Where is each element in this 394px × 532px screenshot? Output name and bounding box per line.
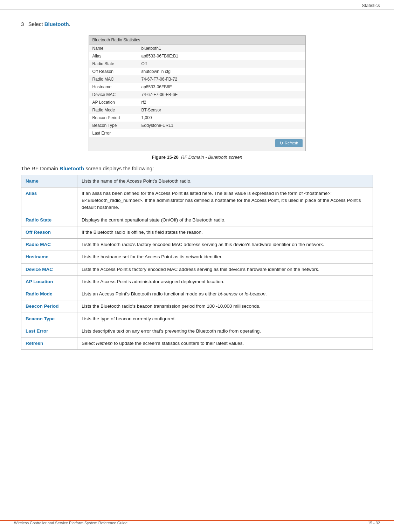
step-line: 3 Select Bluetooth.	[21, 20, 373, 28]
info-row: Device MACLists the Access Point's facto…	[21, 263, 373, 275]
stats-row: AP Locationrf2	[89, 98, 305, 106]
stats-row: Last Error	[89, 129, 305, 137]
info-term: Last Error	[21, 325, 77, 337]
info-definition: Lists the Bluetooth radio's factory enco…	[77, 239, 373, 251]
stats-value	[138, 129, 305, 137]
stats-label: Beacon Type	[89, 122, 138, 129]
figure-label: Figure 15-20	[152, 155, 179, 160]
stats-row: Radio ModeBT-Sensor	[89, 106, 305, 114]
page-header: Statistics	[0, 0, 394, 10]
info-row: Off ReasonIf the Bluetooth radio is offl…	[21, 226, 373, 238]
stats-label: Name	[89, 45, 138, 52]
stats-label: Last Error	[89, 129, 138, 137]
screenshot-box: Bluetooth Radio Statistics Namebluetooth…	[89, 35, 306, 151]
stats-value: BT-Sensor	[138, 106, 305, 114]
description-suffix: screen displays the following:	[84, 165, 154, 171]
stats-row: Beacon Period1,000	[89, 114, 305, 122]
info-term: Radio MAC	[21, 239, 77, 251]
refresh-button[interactable]: Refresh	[275, 139, 303, 147]
info-row: Last ErrorLists descriptive text on any …	[21, 325, 373, 337]
header-title: Statistics	[362, 3, 380, 8]
info-term: Refresh	[21, 337, 77, 350]
stats-label: Hostname	[89, 83, 138, 91]
stats-row: Off Reasonshutdown in cfg	[89, 68, 305, 75]
info-definition: Displays the current operational state (…	[77, 214, 373, 226]
step-number: 3	[21, 21, 24, 27]
info-row: Radio MACLists the Bluetooth radio's fac…	[21, 239, 373, 251]
stats-label: Radio MAC	[89, 75, 138, 83]
stats-label: Device MAC	[89, 91, 138, 98]
page-footer: Wireless Controller and Service Platform…	[0, 520, 394, 525]
info-term: Radio Mode	[21, 288, 77, 300]
info-definition: Lists descriptive text on any error that…	[77, 325, 373, 337]
info-term: Beacon Type	[21, 313, 77, 325]
stats-row: Device MAC74-67-F7-06-FB-6E	[89, 91, 305, 98]
info-row: NameLists the name of the Access Point's…	[21, 175, 373, 187]
info-row: HostnameLists the hostname set for the A…	[21, 251, 373, 263]
footer-right: 15 - 32	[368, 521, 380, 525]
stats-value: Eddystone-URL1	[138, 122, 305, 129]
info-term: Hostname	[21, 251, 77, 263]
info-row: Beacon PeriodLists the Bluetooth radio's…	[21, 300, 373, 313]
stats-value: 1,000	[138, 114, 305, 122]
info-definition: Lists the Bluetooth radio's beacon trans…	[77, 300, 373, 313]
stats-row: Radio StateOff	[89, 60, 305, 68]
info-definition: If the Bluetooth radio is offline, this …	[77, 226, 373, 238]
figure-text: RF Domain - Bluetooth screen	[181, 155, 242, 160]
stats-value: Off	[138, 60, 305, 68]
info-definition: Select Refresh to update the screen's st…	[77, 337, 373, 350]
info-row: Radio StateDisplays the current operatio…	[21, 214, 373, 226]
info-row: RefreshSelect Refresh to update the scre…	[21, 337, 373, 350]
info-term: Beacon Period	[21, 300, 77, 313]
info-term: Device MAC	[21, 263, 77, 275]
info-definition: Lists the Access Point's factory encoded…	[77, 263, 373, 275]
stats-value: shutdown in cfg	[138, 68, 305, 75]
info-definition: Lists the type of beacon currently confi…	[77, 313, 373, 325]
info-term: Radio State	[21, 214, 77, 226]
info-definition: If an alias has been defined for the Acc…	[77, 187, 373, 214]
stats-row: Radio MAC74-67-F7-06-FB-72	[89, 75, 305, 83]
stats-table: Namebluetooth1Aliasap8533-06FB6E:B1Radio…	[89, 45, 305, 137]
stats-value: rf2	[138, 98, 305, 106]
info-row: AP LocationLists the Access Point's admi…	[21, 275, 373, 288]
info-term: Name	[21, 175, 77, 187]
info-definition: Lists an Access Point's Bluetooth radio …	[77, 288, 373, 300]
info-definition: Lists the Access Point's administrator a…	[77, 275, 373, 288]
stats-value: bluetooth1	[138, 45, 305, 52]
stats-label: Radio Mode	[89, 106, 138, 114]
step-period: .	[69, 21, 70, 27]
footer-left: Wireless Controller and Service Platform…	[14, 521, 127, 525]
stats-value: 74-67-F7-06-FB-72	[138, 75, 305, 83]
info-term: Alias	[21, 187, 77, 214]
info-row: Radio ModeLists an Access Point's Blueto…	[21, 288, 373, 300]
description-prefix: The RF Domain	[21, 165, 60, 171]
description-line: The RF Domain Bluetooth screen displays …	[21, 165, 373, 171]
info-definition: Lists the name of the Access Point's Blu…	[77, 175, 373, 187]
figure-caption: Figure 15-20 RF Domain - Bluetooth scree…	[21, 155, 373, 160]
stats-row: Hostnameap8533-06FB6E	[89, 83, 305, 91]
description-bluetooth-link[interactable]: Bluetooth	[60, 165, 84, 171]
step-bluetooth-link[interactable]: Bluetooth	[44, 21, 69, 27]
screenshot-title-bar: Bluetooth Radio Statistics	[89, 36, 305, 45]
stats-value: 74-67-F7-06-FB-6E	[138, 91, 305, 98]
stats-label: Radio State	[89, 60, 138, 68]
info-definition: Lists the hostname set for the Access Po…	[77, 251, 373, 263]
info-term: Off Reason	[21, 226, 77, 238]
stats-value: ap8533-06FB6E	[138, 83, 305, 91]
stats-row: Namebluetooth1	[89, 45, 305, 52]
page-content: 3 Select Bluetooth. Bluetooth Radio Stat…	[0, 10, 394, 371]
stats-row: Aliasap8533-06FB6E:B1	[89, 52, 305, 60]
screenshot-footer: Refresh	[89, 137, 305, 148]
info-row: AliasIf an alias has been defined for th…	[21, 187, 373, 214]
step-text: Select	[28, 21, 44, 27]
stats-label: Alias	[89, 52, 138, 60]
stats-label: Off Reason	[89, 68, 138, 75]
info-term: AP Location	[21, 275, 77, 288]
stats-value: ap8533-06FB6E:B1	[138, 52, 305, 60]
stats-row: Beacon TypeEddystone-URL1	[89, 122, 305, 129]
stats-label: Beacon Period	[89, 114, 138, 122]
stats-label: AP Location	[89, 98, 138, 106]
info-table: NameLists the name of the Access Point's…	[21, 175, 373, 350]
screenshot-title: Bluetooth Radio Statistics	[92, 37, 140, 42]
info-row: Beacon TypeLists the type of beacon curr…	[21, 313, 373, 325]
